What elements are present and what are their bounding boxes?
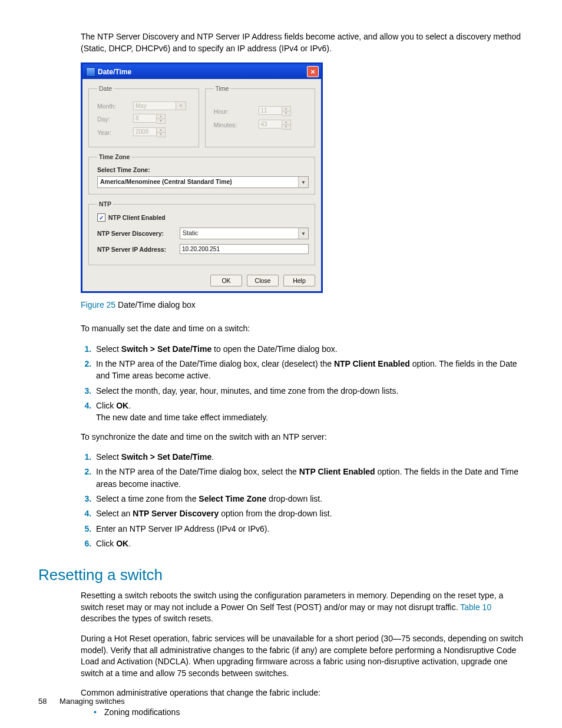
reset-paragraph-3: Common administrative operations that ch…	[81, 687, 527, 699]
sync-steps: Select Switch > Set Date/Time. In the NT…	[81, 451, 527, 549]
timezone-legend: Time Zone	[97, 153, 131, 160]
list-item: Select a time zone from the Select Time …	[94, 493, 527, 505]
spinner-up-icon: ▲	[282, 107, 290, 111]
figure-label: Figure 25	[81, 300, 115, 309]
bullet-list: Zoning modifications	[81, 707, 527, 717]
page-number: 58	[38, 697, 47, 706]
list-item: Select Switch > Set Date/Time.	[94, 451, 527, 463]
month-label: Month:	[97, 103, 130, 110]
year-value: 2008	[133, 127, 157, 136]
reset-paragraph-1: Resetting a switch reboots the switch us…	[81, 590, 527, 625]
dialog-title-bar: Date/Time ×	[82, 64, 321, 79]
list-item: Select the month, day, year, hour, minut…	[94, 385, 527, 397]
ntp-legend: NTP	[97, 200, 113, 207]
list-item: Enter an NTP Server IP Address (IPv4 or …	[94, 523, 527, 535]
help-button[interactable]: Help	[283, 275, 315, 286]
footer-section: Managing switches	[59, 697, 125, 706]
chevron-down-icon: ▼	[298, 177, 308, 187]
ntp-discovery-value: Static	[180, 228, 298, 239]
page-footer: 58 Managing switches	[38, 697, 125, 706]
time-legend: Time	[214, 85, 231, 92]
time-fieldset: Time Hour: 11 ▲▼ Minutes: 43 ▲▼	[205, 85, 316, 147]
dialog-app-icon	[86, 67, 95, 77]
chevron-down-icon: ▼	[298, 228, 308, 239]
ntp-enabled-label: NTP Client Enabled	[108, 214, 166, 221]
list-item: In the NTP area of the Date/Time dialog …	[94, 466, 527, 490]
manual-steps: Select Switch > Set Date/Time to open th…	[81, 343, 527, 424]
minutes-label: Minutes:	[214, 121, 255, 129]
intro-text: The NTP Server Discovery and NTP Server …	[81, 31, 527, 54]
year-label: Year:	[97, 129, 130, 136]
close-button[interactable]: Close	[247, 275, 279, 286]
section-heading: Resetting a switch	[38, 566, 527, 584]
timezone-fieldset: Time Zone Select Time Zone: America/Meno…	[88, 153, 315, 195]
spinner-up-icon: ▲	[157, 114, 165, 118]
spinner-down-icon: ▼	[157, 118, 165, 123]
ntp-enabled-checkbox[interactable]: ✓	[97, 213, 105, 222]
manual-intro: To manually set the date and time on a s…	[81, 323, 527, 335]
day-spinner[interactable]: 8 ▲▼	[133, 114, 166, 124]
month-dropdown[interactable]: May ▼	[133, 101, 186, 110]
list-item: Select Switch > Set Date/Time to open th…	[94, 343, 527, 355]
date-legend: Date	[97, 85, 114, 92]
spinner-up-icon: ▲	[157, 128, 165, 132]
list-item: Click OK.The new date and time take effe…	[94, 400, 527, 424]
figure-caption: Figure 25 Date/Time dialog box	[81, 300, 527, 309]
minutes-spinner[interactable]: 43 ▲▼	[259, 120, 291, 130]
close-icon[interactable]: ×	[307, 66, 319, 77]
list-item: Select an NTP Server Discovery option fr…	[94, 508, 527, 519]
day-label: Day:	[97, 116, 130, 123]
ntp-discovery-dropdown[interactable]: Static ▼	[180, 228, 309, 239]
ntp-fieldset: NTP ✓ NTP Client Enabled NTP Server Disc…	[88, 200, 315, 265]
ok-button[interactable]: OK	[210, 275, 242, 286]
sync-intro: To synchronize the date and time on the …	[81, 431, 527, 443]
hour-value: 11	[259, 106, 282, 115]
ntp-discovery-label: NTP Server Discovery:	[97, 230, 180, 237]
year-spinner[interactable]: 2008 ▲▼	[133, 127, 166, 137]
timezone-label: Select Time Zone:	[97, 166, 309, 173]
list-item: Zoning modifications	[94, 707, 527, 717]
month-value: May	[133, 101, 176, 110]
date-fieldset: Date Month: May ▼ Day: 8 ▲▼	[88, 85, 199, 147]
ntp-ip-input[interactable]	[180, 244, 309, 254]
dialog-title: Date/Time	[98, 68, 131, 76]
datetime-dialog: Date/Time × Date Month: May ▼ Day:	[81, 62, 323, 293]
timezone-dropdown[interactable]: America/Menominee (Central Standard Time…	[97, 176, 309, 188]
figure-caption-text: Date/Time dialog box	[115, 300, 196, 309]
table-link[interactable]: Table 10	[460, 602, 491, 612]
spinner-down-icon: ▼	[282, 111, 290, 116]
minutes-value: 43	[259, 120, 282, 129]
timezone-value: America/Menominee (Central Standard Time…	[98, 177, 298, 187]
spinner-down-icon: ▼	[282, 124, 290, 129]
hour-label: Hour:	[214, 108, 255, 115]
spinner-up-icon: ▲	[282, 120, 290, 124]
hour-spinner[interactable]: 11 ▲▼	[259, 106, 291, 116]
chevron-down-icon: ▼	[176, 101, 186, 110]
list-item: Click OK.	[94, 538, 527, 549]
list-item: In the NTP area of the Date/Time dialog …	[94, 358, 527, 382]
day-value: 8	[133, 114, 157, 123]
spinner-down-icon: ▼	[157, 132, 165, 137]
ntp-ip-label: NTP Server IP Address:	[97, 246, 180, 253]
reset-paragraph-2: During a Hot Reset operation, fabric ser…	[81, 633, 527, 679]
